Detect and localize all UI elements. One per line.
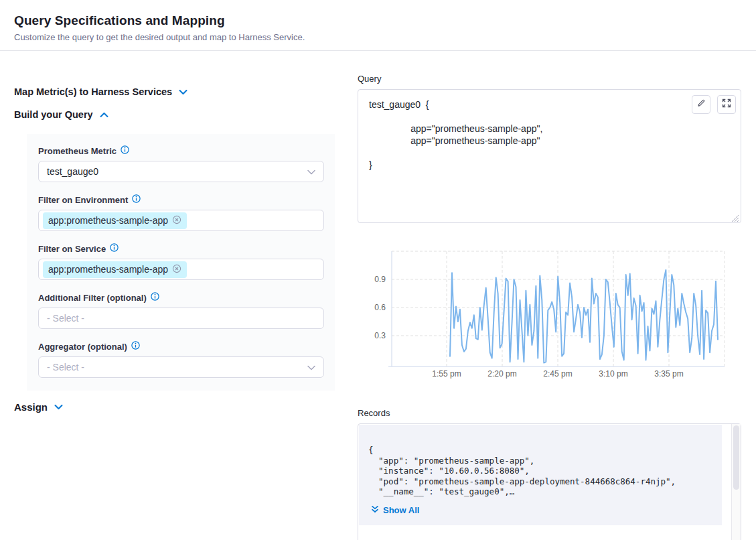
record-item: { "app": "prometheus-sample-app", "insta… <box>359 425 722 525</box>
section-build-query-label: Build your Query <box>14 109 93 120</box>
field-filter-environment: Filter on Environment app:prometheus-sam… <box>38 194 323 231</box>
records-panel: { "app": "prometheus-sample-app", "insta… <box>358 423 741 540</box>
query-text[interactable]: test_gauge0 { app="prometheus-sample-app… <box>358 90 741 180</box>
section-build-query-toggle[interactable]: Build your Query <box>14 109 108 121</box>
aggregator-placeholder: - Select - <box>47 362 84 373</box>
records-section-label: Records <box>358 408 390 418</box>
prometheus-metric-value: test_gauge0 <box>47 166 98 177</box>
chevron-down-icon <box>307 165 315 178</box>
edit-query-button[interactable] <box>692 95 710 114</box>
query-section-label: Query <box>358 74 381 84</box>
svg-text:2:20 pm: 2:20 pm <box>487 369 516 379</box>
additional-filter-input[interactable]: - Select - <box>38 308 324 329</box>
build-query-form-panel: Prometheus Metric test_gauge0 Filter on … <box>27 134 335 391</box>
section-assign-label: Assign <box>14 401 48 413</box>
record-json: { "app": "prometheus-sample-app", "insta… <box>368 445 712 497</box>
header-divider <box>0 50 756 51</box>
info-icon[interactable] <box>110 243 119 255</box>
show-all-link[interactable]: Show All <box>371 505 419 515</box>
double-chevron-down-icon <box>371 505 379 515</box>
svg-text:0.3: 0.3 <box>374 331 386 340</box>
records-scrollbar-thumb[interactable] <box>733 425 739 490</box>
svg-text:1:55 pm: 1:55 pm <box>432 369 461 379</box>
section-map-metrics-toggle[interactable]: Map Metric(s) to Harness Services <box>14 86 187 98</box>
remove-tag-icon[interactable] <box>172 215 181 226</box>
field-prometheus-metric: Prometheus Metric test_gauge0 <box>38 145 323 182</box>
chevron-down-icon <box>179 86 187 98</box>
info-icon[interactable] <box>121 145 129 157</box>
aggregator-label: Aggregator (optional) <box>38 342 127 352</box>
field-additional-filter: Additional Filter (optional) - Select - <box>38 291 323 329</box>
records-scrollbar[interactable] <box>731 424 741 540</box>
svg-text:3:10 pm: 3:10 pm <box>599 369 627 379</box>
additional-filter-placeholder: - Select - <box>47 313 84 324</box>
show-all-label: Show All <box>383 505 419 515</box>
page-subtitle: Customize the query to get the desired o… <box>14 32 305 42</box>
resize-handle[interactable] <box>731 213 739 221</box>
info-icon[interactable] <box>151 291 159 303</box>
prometheus-metric-select[interactable]: test_gauge0 <box>38 161 324 182</box>
prometheus-metric-label: Prometheus Metric <box>38 146 117 156</box>
filter-environment-label: Filter on Environment <box>38 195 128 205</box>
field-filter-service: Filter on Service app:prometheus-sample-… <box>38 243 323 280</box>
svg-text:0.9: 0.9 <box>374 275 386 284</box>
metric-timeseries-chart: 0.30.60.91:55 pm2:20 pm2:45 pm3:10 pm3:3… <box>358 248 741 382</box>
section-map-metrics-label: Map Metric(s) to Harness Services <box>14 86 172 97</box>
filter-service-input[interactable]: app:prometheus-sample-app <box>38 259 324 280</box>
fullscreen-icon <box>722 98 731 111</box>
pencil-icon <box>696 98 706 111</box>
expand-query-button[interactable] <box>717 95 736 114</box>
filter-service-label: Filter on Service <box>38 244 106 254</box>
filter-environment-input[interactable]: app:prometheus-sample-app <box>38 210 324 231</box>
aggregator-select[interactable]: - Select - <box>38 356 324 378</box>
svg-text:3:35 pm: 3:35 pm <box>654 369 683 379</box>
remove-tag-icon[interactable] <box>172 264 181 275</box>
info-icon[interactable] <box>132 194 141 206</box>
line-chart-canvas: 0.30.60.91:55 pm2:20 pm2:45 pm3:10 pm3:3… <box>358 248 741 382</box>
page-title: Query Specifications and Mapping <box>14 13 225 28</box>
svg-text:0.6: 0.6 <box>374 303 386 312</box>
filter-environment-tag: app:prometheus-sample-app <box>43 212 187 229</box>
info-icon[interactable] <box>131 340 140 352</box>
chevron-down-icon <box>54 401 63 413</box>
query-editor[interactable]: test_gauge0 { app="prometheus-sample-app… <box>358 89 741 223</box>
svg-text:2:45 pm: 2:45 pm <box>543 369 572 379</box>
field-aggregator: Aggregator (optional) - Select - <box>38 340 323 378</box>
section-assign-toggle[interactable]: Assign <box>14 401 63 413</box>
additional-filter-label: Additional Filter (optional) <box>38 293 147 303</box>
chevron-up-icon <box>100 109 108 121</box>
chevron-down-icon <box>307 361 315 373</box>
filter-service-tag: app:prometheus-sample-app <box>43 261 187 278</box>
